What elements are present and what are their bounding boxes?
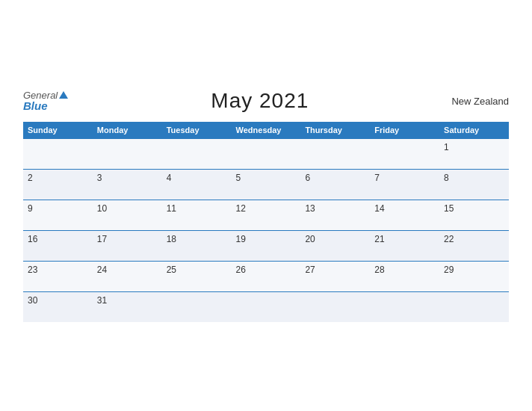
country-label: New Zealand — [451, 96, 509, 107]
day-number: 8 — [444, 173, 449, 183]
calendar-cell — [162, 139, 232, 170]
logo: General Blue — [23, 90, 68, 111]
calendar-cell: 28 — [370, 262, 439, 292]
day-number: 5 — [236, 173, 241, 183]
calendar-cell: 15 — [439, 200, 509, 231]
calendar-cell: 18 — [162, 231, 232, 262]
calendar-cell: 5 — [232, 170, 301, 200]
day-number: 16 — [28, 234, 37, 244]
day-number: 10 — [97, 203, 107, 214]
week-row-3: 9101112131415 — [23, 200, 509, 231]
calendar-cell: 21 — [370, 231, 439, 262]
day-number: 1 — [444, 142, 449, 152]
calendar-cell: 2 — [23, 170, 93, 200]
day-number: 13 — [305, 203, 315, 214]
logo-triangle-icon — [59, 91, 68, 99]
day-number: 7 — [374, 173, 380, 183]
calendar-cell: 13 — [300, 200, 370, 231]
calendar-cell: 25 — [162, 262, 232, 292]
calendar-cell: 6 — [300, 170, 370, 200]
calendar-table: SundayMondayTuesdayWednesdayThursdayFrid… — [23, 122, 509, 322]
week-row-1: 1 — [23, 139, 509, 170]
day-number: 2 — [28, 173, 33, 183]
day-number: 27 — [305, 265, 315, 275]
calendar-cell: 19 — [232, 231, 301, 262]
week-row-6: 3031 — [23, 292, 509, 323]
calendar-cell — [370, 292, 439, 323]
calendar-cell: 11 — [162, 200, 232, 231]
day-number: 19 — [236, 234, 246, 244]
header: General Blue May 2021 New Zealand — [23, 89, 509, 113]
day-number: 11 — [167, 203, 176, 214]
calendar-cell: 20 — [300, 231, 370, 262]
day-number: 18 — [167, 234, 176, 244]
calendar-cell — [370, 139, 439, 170]
calendar-cell: 3 — [93, 170, 162, 200]
calendar-cell: 27 — [300, 262, 370, 292]
calendar-cell: 10 — [93, 200, 162, 231]
day-number: 29 — [444, 265, 454, 275]
day-number: 25 — [167, 265, 176, 275]
weekday-header-sunday: Sunday — [23, 122, 93, 139]
month-title: May 2021 — [211, 89, 309, 113]
day-number: 14 — [374, 203, 384, 214]
weekday-header-saturday: Saturday — [439, 122, 509, 139]
day-number: 28 — [374, 265, 384, 275]
day-number: 6 — [305, 173, 310, 183]
day-number: 24 — [97, 265, 107, 275]
day-number: 30 — [28, 295, 37, 306]
calendar-cell — [23, 139, 93, 170]
day-number: 3 — [97, 173, 102, 183]
day-number: 22 — [444, 234, 454, 244]
weekday-header-friday: Friday — [370, 122, 439, 139]
logo-blue-text: Blue — [23, 100, 48, 111]
day-number: 21 — [374, 234, 384, 244]
calendar-cell — [300, 292, 370, 323]
calendar-cell: 17 — [93, 231, 162, 262]
calendar-cell: 31 — [93, 292, 162, 323]
day-number: 15 — [444, 203, 454, 214]
day-number: 31 — [97, 295, 107, 306]
week-row-5: 23242526272829 — [23, 262, 509, 292]
calendar-cell: 22 — [439, 231, 509, 262]
calendar-cell — [300, 139, 370, 170]
weekday-header-monday: Monday — [93, 122, 162, 139]
calendar-cell: 16 — [23, 231, 93, 262]
calendar-cell: 23 — [23, 262, 93, 292]
weekday-header-row: SundayMondayTuesdayWednesdayThursdayFrid… — [23, 122, 509, 139]
calendar-cell — [162, 292, 232, 323]
calendar-cell: 29 — [439, 262, 509, 292]
calendar-cell: 9 — [23, 200, 93, 231]
week-row-2: 2345678 — [23, 170, 509, 200]
day-number: 20 — [305, 234, 315, 244]
calendar-cell — [232, 292, 301, 323]
day-number: 26 — [236, 265, 246, 275]
calendar-cell: 4 — [162, 170, 232, 200]
day-number: 12 — [236, 203, 246, 214]
calendar-cell: 1 — [439, 139, 509, 170]
calendar-cell — [439, 292, 509, 323]
calendar-cell: 30 — [23, 292, 93, 323]
calendar-cell — [93, 139, 162, 170]
day-number: 17 — [97, 234, 107, 244]
day-number: 23 — [28, 265, 37, 275]
calendar-container: General Blue May 2021 New Zealand Sunday… — [8, 75, 524, 336]
calendar-cell: 8 — [439, 170, 509, 200]
calendar-cell: 26 — [232, 262, 301, 292]
calendar-cell — [232, 139, 301, 170]
weekday-header-wednesday: Wednesday — [232, 122, 301, 139]
day-number: 4 — [167, 173, 172, 183]
weekday-header-thursday: Thursday — [300, 122, 370, 139]
weekday-header-tuesday: Tuesday — [162, 122, 232, 139]
day-number: 9 — [28, 203, 33, 214]
calendar-cell: 12 — [232, 200, 301, 231]
calendar-cell: 24 — [93, 262, 162, 292]
week-row-4: 16171819202122 — [23, 231, 509, 262]
calendar-cell: 7 — [370, 170, 439, 200]
calendar-cell: 14 — [370, 200, 439, 231]
